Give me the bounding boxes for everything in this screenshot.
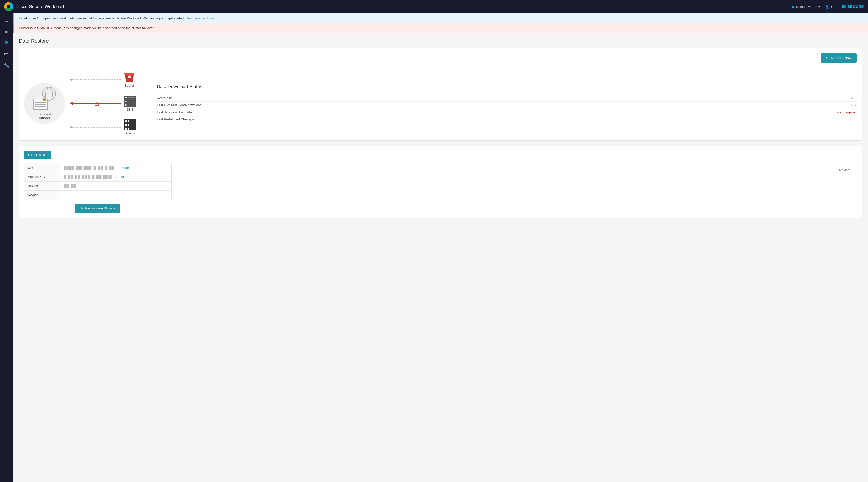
status-label-prefetched: Last Prefetched Checkpoint (157, 117, 213, 121)
sidebar: ☰ ■ ⚙ 🗃 🔧 (0, 13, 13, 482)
lock-icon: 🔒 (42, 96, 47, 101)
refresh-icon: ↻ (826, 56, 829, 60)
svg-rect-2 (129, 75, 130, 76)
bucket-arrow (70, 78, 121, 81)
cisco-secure-text: SECURE (848, 5, 864, 9)
settings-row-url: URL ████ ██ ███ █ ██ █ ██ ... more (24, 163, 171, 172)
settings-row-region: Region (24, 191, 171, 200)
reconfigure-storage-button[interactable]: ✎ Reconfigure Storage (75, 204, 120, 213)
settings-value-access-key: █ ██ ██ ███ █ ██ ███ ... more (60, 172, 171, 181)
status-value-last-success: N/A (851, 103, 857, 107)
dns-solid-line: ⚠ (73, 103, 121, 104)
cluster-illustration: 🔒 ✦ ✦ (33, 87, 56, 110)
access-key-more-link[interactable]: ... more (115, 175, 126, 179)
default-dropdown[interactable]: ◆ Default ▼ (792, 5, 811, 9)
bucket-icon (124, 72, 135, 83)
help-button[interactable]: ? ▼ (815, 5, 821, 9)
settings-card: SETTINGS URL ████ ██ ███ █ ██ █ ██ ... m… (19, 146, 862, 218)
settings-value-bucket: ██ ██ (60, 182, 171, 190)
warning-banner: Cluster is in STANDBY mode, any changes … (13, 23, 868, 33)
bucket-arrowhead (70, 78, 72, 81)
settings-key-url: URL (24, 163, 60, 172)
app-logo (4, 2, 13, 11)
agents-icon (124, 119, 136, 131)
status-row-last-attempt: Last data download attempt not_triggered (157, 109, 857, 116)
main-layout: ☰ ■ ⚙ 🗃 🔧 Labeling and grouping your wor… (0, 13, 868, 482)
info-banner: Labeling and grouping your workloads is … (13, 13, 868, 23)
settings-key-region: Region (24, 191, 60, 200)
info-banner-text: Labeling and grouping your workloads is … (19, 16, 185, 20)
settings-left: URL ████ ██ ███ █ ██ █ ██ ... more Acces… (24, 163, 834, 213)
settings-key-bucket: Bucket (24, 182, 60, 190)
content-area: Labeling and grouping your workloads is … (13, 13, 868, 482)
sidebar-item-dashboard[interactable]: ■ (1, 26, 11, 37)
arrows-sources: Bucket ⚠ (65, 72, 142, 135)
warning-banner-suffix: mode, any changes made will be discarded… (53, 26, 154, 30)
dns-arrowhead (70, 102, 73, 105)
navbar: Cisco Secure Workload ◆ Default ▼ ? ▼ 👤 … (0, 0, 868, 13)
info-banner-link[interactable]: Run the wizard now. (185, 16, 215, 20)
status-value-restore-to: N/A (851, 96, 857, 100)
svg-rect-0 (124, 73, 134, 75)
cluster-circle: 🔒 ✦ ✦ Tetration Cluster (24, 83, 65, 124)
settings-table: URL ████ ██ ███ █ ██ █ ██ ... more Acces… (24, 163, 172, 200)
bucket-row: Bucket (70, 72, 136, 87)
url-more-link[interactable]: ... more (118, 166, 129, 170)
bucket-dashed-line (72, 79, 121, 80)
page-content: Data Restore ↻ Restore Now (13, 33, 868, 228)
dns-source: DNS (124, 96, 136, 111)
settings-row-bucket: Bucket ██ ██ (24, 182, 171, 191)
settings-header: SETTINGS (24, 151, 51, 159)
status-row-restore-to: Restore to N/A (157, 95, 857, 102)
agents-dashed-line (72, 127, 121, 128)
agents-row: Agents (70, 119, 136, 135)
status-row-prefetched: Last Prefetched Checkpoint (157, 116, 857, 123)
pencil-icon: ✎ (80, 206, 83, 210)
dns-row-container: ⚠ (70, 96, 136, 111)
agents-arrowhead (70, 126, 72, 129)
warning-icon: ⚠ (94, 101, 99, 107)
status-row-last-success: Last successful data download N/A (157, 102, 857, 109)
status-label-restore-to: Restore to (157, 96, 213, 100)
status-label-last-attempt: Last data download attempt (157, 110, 213, 114)
status-title: Data Download Status (157, 84, 857, 89)
main-card: ↻ Restore Now (19, 48, 862, 141)
reconfigure-button-container: ✎ Reconfigure Storage (24, 204, 172, 213)
settings-row-access-key: Access Key █ ██ ██ ███ █ ██ ███ ... more (24, 172, 171, 182)
warning-banner-mode: STANDBY (37, 26, 53, 30)
settings-value-region (60, 191, 171, 200)
navbar-left: Cisco Secure Workload (4, 2, 64, 11)
sidebar-item-data[interactable]: 🗃 (1, 49, 11, 59)
app-title: Cisco Secure Workload (16, 4, 64, 9)
settings-key-access-key: Access Key (24, 172, 60, 181)
warning-banner-prefix: Cluster is in (19, 26, 37, 30)
agents-arrow (70, 126, 121, 129)
diagram-area: 🔒 ✦ ✦ Tetration Cluster (24, 67, 857, 135)
settings-lower-area: URL ████ ██ ███ █ ██ █ ██ ... more Acces… (24, 163, 857, 213)
cisco-secure-brand: SECURE (842, 5, 864, 9)
cluster-label: Tetration Cluster (38, 112, 51, 120)
status-label-last-success: Last successful data download (157, 103, 213, 107)
settings-right: No data. (834, 163, 857, 177)
user-menu[interactable]: 👤 ▼ (825, 5, 833, 9)
sidebar-item-menu[interactable]: ☰ (1, 15, 11, 25)
dns-arrow: ⚠ (70, 102, 121, 105)
sidebar-item-settings[interactable]: ⚙ (1, 38, 11, 48)
status-value-last-attempt: not_triggered (837, 110, 857, 114)
dns-icon (124, 96, 136, 107)
navbar-right: ◆ Default ▼ ? ▼ 👤 ▼ SECURE (792, 3, 864, 10)
agents-source: Agents (124, 119, 136, 135)
no-data-text: No data. (839, 168, 851, 172)
bucket-source: Bucket (124, 72, 135, 87)
restore-now-button[interactable]: ↻ Restore Now (821, 53, 857, 63)
settings-value-url: ████ ██ ███ █ ██ █ ██ ... more (60, 163, 171, 172)
status-panel: Data Download Status Restore to N/A Last… (157, 84, 857, 123)
sidebar-item-tools[interactable]: 🔧 (1, 60, 11, 70)
page-title: Data Restore (19, 38, 862, 44)
